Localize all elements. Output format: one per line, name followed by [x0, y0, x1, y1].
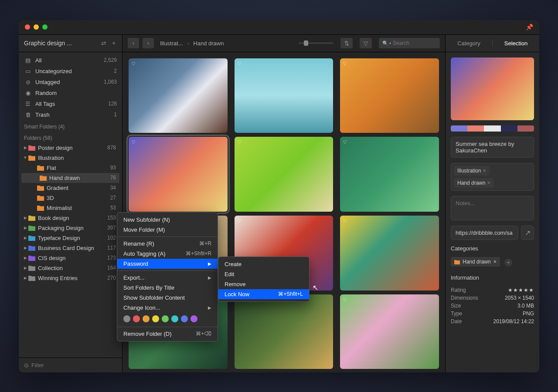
menu-item[interactable]: Sort Folders By Title [117, 283, 218, 293]
menu-item[interactable]: Show Subfolder Content [117, 293, 218, 303]
folders-section[interactable]: Folders (58) [19, 132, 122, 143]
folder-cis-design[interactable]: ▶CIS design173 [19, 253, 122, 263]
palette-swatch[interactable] [467, 125, 484, 132]
color-swatch[interactable] [133, 315, 140, 322]
submenu-item[interactable]: Remove [218, 279, 309, 289]
thumbnail[interactable]: ♡ [340, 58, 439, 133]
submenu-item[interactable]: Edit [218, 269, 309, 279]
remove-tag-icon[interactable]: × [483, 168, 486, 174]
tag-chip[interactable]: Hand drawn× [454, 178, 494, 188]
tags-field[interactable]: Illustration×Hand drawn× [451, 163, 534, 191]
maximize-button[interactable] [42, 24, 48, 30]
menu-item[interactable]: Auto Tagging (A)⌘+Shfit+R [117, 249, 218, 259]
chevron-icon[interactable]: ▶ [22, 226, 28, 230]
color-swatch[interactable] [191, 315, 197, 322]
color-palette[interactable] [451, 125, 534, 132]
submenu-item[interactable]: Create [218, 259, 309, 269]
folder-poster-design[interactable]: ▶Poster design878 [19, 143, 122, 153]
sidebar-item-all-tags[interactable]: ☰All Tags128 [19, 98, 122, 109]
chevron-icon[interactable]: ▶ [22, 216, 28, 220]
thumbnail[interactable]: ♡ [235, 58, 333, 133]
folder-business-card-design[interactable]: ▶Business Card Design117 [19, 243, 122, 253]
sidebar-item-untagged[interactable]: ⊘Untagged1,063 [19, 77, 122, 88]
thumbnail[interactable]: ♡ [235, 294, 333, 369]
tab-selection[interactable]: Selection [493, 40, 539, 47]
thumbnail[interactable]: ♡ [340, 137, 439, 212]
search-dropdown-icon[interactable]: ▾ [389, 41, 391, 45]
menu-item[interactable]: Change Icon...▶ [117, 303, 218, 313]
sidebar-item-all[interactable]: ▤All2,529 [19, 55, 122, 66]
filter-input[interactable] [31, 362, 117, 368]
thumbnail[interactable]: ♡ [340, 294, 439, 369]
tag-chip[interactable]: Illustration× [454, 166, 490, 176]
folder-gradient[interactable]: Gradient34 [19, 183, 122, 193]
notes-field[interactable]: Notes... [451, 196, 534, 220]
breadcrumb-item[interactable]: Illustrat... [160, 40, 183, 47]
menu-item[interactable]: Move Folder (M) [117, 225, 218, 235]
folder-packaging-design[interactable]: ▶Packaging Design397 [19, 223, 122, 233]
remove-tag-icon[interactable]: × [487, 180, 490, 186]
menu-item[interactable]: Rename (R)⌘+R [117, 239, 218, 249]
favorite-icon[interactable]: ♡ [343, 218, 347, 224]
remove-category-icon[interactable]: × [493, 259, 497, 265]
open-url-button[interactable]: ↗ [521, 226, 534, 240]
color-swatch[interactable] [152, 315, 159, 322]
submenu-item[interactable]: Lock Now⌘+Shfit+L [218, 289, 309, 299]
category-chip[interactable]: Hand drawn × [451, 257, 500, 267]
folder-collection[interactable]: ▶Collection164 [19, 263, 122, 273]
info-value[interactable]: ★★★★★ [508, 287, 534, 293]
chevron-icon[interactable]: ▶ [22, 266, 28, 270]
nav-back-button[interactable]: ‹ [128, 38, 139, 48]
favorite-icon[interactable]: ♡ [237, 218, 242, 224]
switch-library-icon[interactable]: ⇄ [101, 40, 106, 47]
folder-hand-drawn[interactable]: Hand drawn76 [21, 173, 119, 183]
slider-thumb[interactable] [304, 41, 308, 46]
thumbnail[interactable]: ♡ [129, 58, 228, 133]
search-box[interactable]: 🔍 ▾ [379, 38, 440, 48]
close-button[interactable] [25, 24, 30, 30]
favorite-icon[interactable]: ♡ [343, 139, 347, 145]
add-library-icon[interactable]: ＋ [111, 39, 117, 47]
chevron-icon[interactable]: ▶ [22, 145, 28, 150]
palette-swatch[interactable] [517, 125, 534, 132]
color-swatch[interactable] [162, 315, 169, 322]
folder-flat[interactable]: Flat93 [19, 163, 122, 173]
palette-swatch[interactable] [501, 125, 517, 132]
menu-item[interactable]: Export...▶ [117, 273, 218, 283]
color-swatch[interactable] [123, 315, 130, 322]
sidebar-item-uncategorized[interactable]: ▭Uncategorized2 [19, 66, 122, 77]
color-swatch[interactable] [143, 315, 150, 322]
filter-button[interactable]: ▽ [360, 38, 372, 48]
breadcrumb[interactable]: Illustrat... › Hand drawn [160, 40, 224, 47]
menu-item[interactable]: Password▶ [117, 259, 218, 269]
thumbnail[interactable]: ♡ [340, 216, 439, 291]
palette-swatch[interactable] [451, 125, 467, 132]
pin-icon[interactable]: 📌 [526, 24, 533, 30]
url-field[interactable]: https://dribbble.com/sa [451, 226, 518, 240]
thumbnail[interactable]: ♡ [129, 137, 228, 212]
favorite-icon[interactable]: ♡ [343, 297, 347, 303]
folder-typeface-design[interactable]: ▶Typeface Design102 [19, 233, 122, 243]
preview-image[interactable] [451, 57, 534, 121]
favorite-icon[interactable]: ♡ [131, 61, 136, 67]
add-category-button[interactable]: + [504, 259, 512, 267]
minimize-button[interactable] [34, 24, 39, 30]
thumbnail[interactable]: ♡ [235, 137, 333, 212]
menu-item[interactable]: Remove Folder (D)⌘+⌫ [117, 329, 218, 339]
chevron-icon[interactable]: ▼ [22, 155, 28, 160]
sidebar-item-random[interactable]: ◉Random [19, 88, 122, 98]
folder-minimalist[interactable]: Minimalist53 [19, 203, 122, 213]
folder-illustration[interactable]: ▼Illustration [19, 153, 122, 163]
zoom-slider[interactable] [299, 42, 333, 44]
palette-swatch[interactable] [484, 125, 500, 132]
breadcrumb-item[interactable]: Hand drawn [193, 40, 224, 47]
favorite-icon[interactable]: ♡ [237, 61, 242, 67]
nav-forward-button[interactable]: › [143, 38, 154, 48]
color-swatch[interactable] [181, 315, 188, 322]
folder-winning-entries[interactable]: ▶Winning Entries270 [19, 273, 122, 283]
chevron-icon[interactable]: ▶ [22, 236, 28, 240]
sort-button[interactable]: ⇅ [340, 38, 353, 48]
color-swatch[interactable] [171, 315, 178, 322]
favorite-icon[interactable]: ♡ [237, 139, 242, 145]
chevron-icon[interactable]: ▶ [22, 246, 28, 250]
